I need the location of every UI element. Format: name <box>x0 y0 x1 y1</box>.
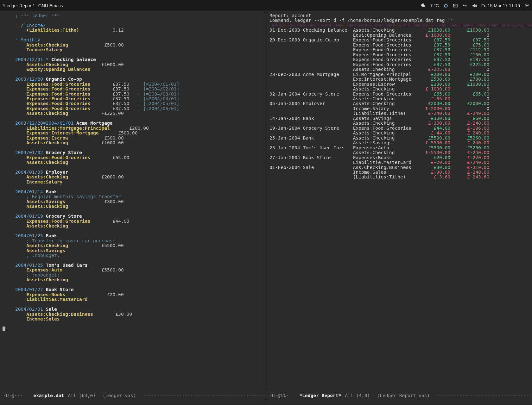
refresh-icon[interactable] <box>443 3 448 8</box>
ledger-report-buffer[interactable]: Report: accountCommand: ledger --sort d … <box>266 11 532 179</box>
network-icon[interactable] <box>462 3 467 8</box>
system-tray: 7 °C Fri 15 Mar 17:11:19 <box>421 3 529 8</box>
svg-point-0 <box>526 5 528 6</box>
modeline-row: -U:@--- example.dat All (64,0) (Ledger y… <box>0 392 532 399</box>
modeline-modes: (Ledger yas) <box>103 393 136 398</box>
modeline-status: -U:@--- <box>3 393 23 398</box>
modeline-left[interactable]: -U:@--- example.dat All (64,0) (Ledger y… <box>0 392 266 399</box>
modeline-status: -U:@%%- <box>269 393 289 398</box>
modeline-position: All (64,0) <box>68 393 96 398</box>
left-pane[interactable]: ; -*- ledger -*- = /^Income/ (Liabilitie… <box>0 11 266 405</box>
titlebar: *Ledger Report* - GNU Emacs 7 °C Fri 15 … <box>0 0 532 11</box>
modeline-right[interactable]: -U:@%%- *Ledger Report* All (4,0) (Ledge… <box>266 392 532 399</box>
weather-icon <box>421 3 426 8</box>
modeline-buffer-name: example.dat <box>34 393 64 398</box>
weather-text: 7 °C <box>430 3 439 8</box>
modeline-buffer-name: *Ledger Report* <box>300 393 341 398</box>
clock-text: Fri 15 Mar 17:11:19 <box>481 3 520 8</box>
window-title: *Ledger Report* - GNU Emacs <box>3 3 63 8</box>
modeline-fill: ----------------------------------------… <box>143 393 266 398</box>
right-pane[interactable]: Report: accountCommand: ledger --sort d … <box>266 11 532 405</box>
mail-icon[interactable] <box>453 3 458 8</box>
text-cursor <box>3 327 5 331</box>
gear-icon[interactable] <box>524 3 529 8</box>
modeline-fill: ----------------------------------------… <box>437 393 532 398</box>
volume-icon[interactable] <box>472 3 477 8</box>
modeline-modes: (Ledger Report yas) <box>377 393 430 398</box>
ledger-source-buffer[interactable]: ; -*- ledger -*- = /^Income/ (Liabilitie… <box>0 11 266 331</box>
modeline-position: All (4,0) <box>345 393 370 398</box>
emacs-frame: ; -*- ledger -*- = /^Income/ (Liabilitie… <box>0 11 532 405</box>
